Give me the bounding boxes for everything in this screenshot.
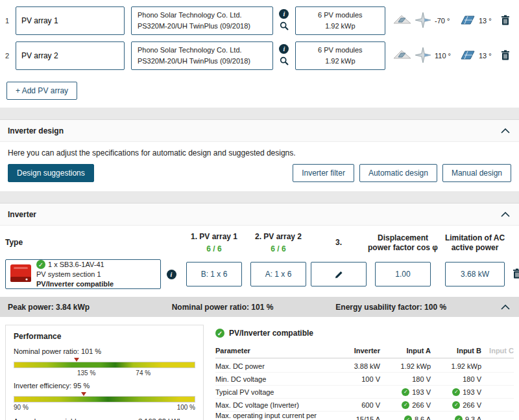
row-number: 2 [5, 52, 16, 60]
search-icon[interactable] [280, 56, 289, 67]
nominal-ratio-gauge [14, 362, 195, 368]
gauge-label: 135 % [77, 369, 95, 377]
info-icon[interactable]: i [279, 9, 289, 19]
plus-icon: + [16, 86, 20, 95]
chevron-up-icon [501, 305, 510, 310]
compatibility-title: PV/Inverter compatible [229, 329, 313, 338]
inverter-summary-bar: Peak power: 3.84 kWp Nominal power ratio… [0, 297, 519, 317]
efficiency-label: Inverter efficiency: 95 % [14, 382, 195, 390]
energy-usability-factor: Energy usability factor: 100 % [335, 303, 500, 312]
collapse-button[interactable] [500, 208, 511, 220]
module-count: 6 PV modules [318, 10, 362, 21]
table-row: Min. DC voltage 100 V 180 V 180 V [215, 373, 514, 386]
section-description: Here you can adjust the specifications f… [8, 148, 511, 158]
collapse-button[interactable] [500, 124, 511, 137]
module-count-box[interactable]: 6 PV modules 1.92 kWp [295, 6, 385, 35]
table-row: Typical PV voltage ✓193 V ✓193 V [215, 386, 514, 399]
pv-array-row-2: 2 Phono Solar Technology Co. Ltd. PS320M… [5, 41, 514, 70]
inverter-name: 1 x SB3.6-1AV-41 [48, 260, 104, 270]
gauge-marker [81, 392, 86, 396]
module-manufacturer: Phono Solar Technology Co. Ltd. [138, 10, 267, 21]
row-number: 1 [5, 17, 16, 25]
pv-array-row-1: 1 Phono Solar Technology Co. Ltd. PS320M… [5, 6, 514, 35]
inverter-row: ✓ 1 x SB3.6-1AV-41 PV system section 1 P… [0, 259, 519, 289]
compat-table-header: Parameter Inverter Input A Input B Input… [215, 347, 514, 358]
column-ac-limit: Limitation of AC active power [439, 233, 511, 253]
trash-icon [501, 50, 510, 60]
inverter-type-box[interactable]: ✓ 1 x SB3.6-1AV-41 PV system section 1 P… [5, 259, 161, 289]
edit-config-button[interactable] [311, 262, 367, 286]
pv-array-name-input[interactable] [16, 6, 125, 35]
compatibility-panel: ✓ PV/Inverter compatible Parameter Inver… [215, 325, 514, 420]
search-icon[interactable] [280, 21, 289, 32]
performance-panel: Performance Nominal power ratio: 101 % 1… [5, 325, 204, 420]
inverter-design-section: Inverter design Here you can adjust the … [0, 119, 519, 191]
section-title: Inverter design [8, 126, 64, 135]
module-count: 6 PV modules [318, 45, 362, 56]
check-icon: ✓ [452, 401, 460, 409]
collapse-details-button[interactable] [500, 301, 511, 313]
roof-panel-icon [393, 13, 411, 29]
compass-icon [415, 12, 431, 30]
column-3: 3. [310, 238, 367, 248]
delete-pv-array-button[interactable] [500, 49, 511, 64]
add-pv-array-button[interactable]: + Add PV array [6, 82, 77, 100]
info-icon[interactable]: i [167, 270, 176, 279]
module-power: 1.92 kWp [325, 21, 355, 32]
efficiency-gauge [14, 396, 195, 402]
gauge-label: 74 % [136, 369, 151, 377]
tilt-value: 13 ° [479, 17, 500, 25]
trash-icon [513, 268, 519, 279]
inverter-filter-button[interactable]: Inverter filter [293, 164, 354, 182]
stat-row: Annual energy yield: 3,163.22 kWh [14, 417, 195, 420]
chevron-up-icon [501, 212, 510, 217]
column-pv-array-1: 1. PV array 1 6 / 6 [182, 232, 247, 254]
nominal-ratio-label: Nominal power ratio: 101 % [14, 347, 195, 355]
table-row: Max. operating input current per MPPT 15… [215, 412, 514, 420]
module-power: 1.92 kWp [325, 56, 355, 67]
automatic-design-button[interactable]: Automatic design [359, 164, 437, 182]
pv-system-section: PV system section 1 [36, 270, 114, 279]
roof-panel-icon [393, 48, 411, 64]
compass-icon [415, 47, 431, 65]
column-type: Type [5, 238, 161, 248]
tilt-panel-icon [459, 49, 476, 63]
module-manufacturer: Phono Solar Technology Co. Ltd. [138, 45, 267, 56]
gauge-label: 100 % [177, 404, 195, 411]
ac-limit-value[interactable]: 3.68 kW [445, 262, 505, 286]
module-count-box[interactable]: 6 PV modules 1.92 kWp [295, 41, 385, 70]
pv-arrays-section: 1 Phono Solar Technology Co. Ltd. PS320M… [0, 0, 519, 108]
column-cos-phi: Displacement power factor cos φ [367, 233, 439, 253]
delete-inverter-button[interactable] [511, 267, 519, 282]
info-icon[interactable]: i [279, 44, 289, 54]
design-suggestions-button[interactable]: Design suggestions [8, 164, 94, 182]
chevron-up-icon [501, 128, 510, 134]
check-icon: ✓ [215, 329, 224, 338]
gauge-label: 90 % [14, 404, 29, 411]
check-icon: ✓ [404, 415, 412, 420]
check-icon: ✓ [452, 388, 460, 396]
tilt-value: 13 ° [479, 52, 500, 60]
input-b-config[interactable]: B: 1 x 6 [186, 262, 242, 286]
tilt-panel-icon [459, 14, 476, 28]
array2-status: 6 / 6 [247, 244, 310, 255]
input-a-config[interactable]: A: 1 x 6 [250, 262, 306, 286]
trash-icon [501, 15, 510, 25]
module-selector[interactable]: Phono Solar Technology Co. Ltd. PS320M-2… [131, 6, 273, 35]
inverter-image [10, 264, 32, 285]
peak-power: Peak power: 3.84 kWp [8, 303, 172, 312]
section-title: Inverter [8, 210, 36, 219]
table-row: Max. DC voltage (Inverter) 600 V ✓266 V … [215, 399, 514, 412]
pencil-icon [334, 270, 344, 279]
pv-array-name-input[interactable] [16, 41, 125, 70]
gauge-marker [74, 358, 79, 362]
azimuth-value: 110 ° [435, 52, 455, 60]
manual-design-button[interactable]: Manual design [442, 164, 511, 182]
table-row: Max. DC power 3.88 kW 1.92 kWp 1.92 kWp [215, 360, 514, 373]
check-icon: ✓ [455, 415, 463, 420]
module-model: PS320M-20/UH TwinPlus (09/2018) [138, 21, 267, 32]
delete-pv-array-button[interactable] [500, 14, 511, 29]
array1-status: 6 / 6 [182, 244, 247, 255]
cos-phi-value[interactable]: 1.00 [375, 262, 431, 286]
module-selector[interactable]: Phono Solar Technology Co. Ltd. PS320M-2… [131, 41, 273, 70]
